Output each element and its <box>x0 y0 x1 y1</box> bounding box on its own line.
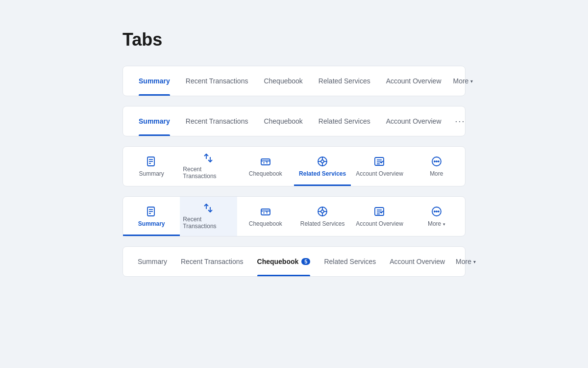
more-icon-v3 <box>430 155 443 168</box>
tab-summary-label-v3: Summary <box>139 170 164 177</box>
tab-recent-v5[interactable]: Recent Transactions <box>174 247 250 276</box>
tab-card-v1: Summary Recent Transactions Chequebook R… <box>122 66 466 96</box>
tab-bar-v3: Summary Recent Transactions <box>123 147 465 186</box>
tab-card-v5: Summary Recent Transactions Chequebook 5… <box>122 246 466 277</box>
tab-related-v4[interactable]: Related Services <box>294 197 351 236</box>
tab-summary-v1[interactable]: Summary <box>131 66 178 96</box>
transactions-icon <box>201 152 215 164</box>
related-icon-v4 <box>316 205 329 218</box>
svg-point-35 <box>321 210 324 213</box>
overview-icon-v4 <box>372 205 386 218</box>
tab-card-v3: Summary Recent Transactions <box>122 146 466 186</box>
tab-recent-v1[interactable]: Recent Transactions <box>178 66 256 96</box>
svg-point-11 <box>321 160 324 163</box>
more-dots-button-v2[interactable]: ··· <box>449 106 471 136</box>
tab-overview-v4[interactable]: Account Overview <box>351 197 408 236</box>
tab-more-v4[interactable]: More ▾ <box>408 197 465 236</box>
tab-recent-v3[interactable]: Recent Transactions <box>180 147 237 186</box>
more-button-v1[interactable]: More ▾ <box>449 66 477 96</box>
chevron-down-icon: ▾ <box>470 79 473 84</box>
chequebook-badge: 5 <box>301 258 310 265</box>
tab-bar-v4: Summary Recent Transactions <box>123 197 465 236</box>
tab-related-label-v4: Related Services <box>300 220 345 227</box>
transactions-icon-v4 <box>201 202 215 214</box>
more-icon-v4 <box>430 205 443 218</box>
tab-overview-v5[interactable]: Account Overview <box>383 247 452 276</box>
chequebook-icon: $ <box>259 155 272 168</box>
tab-summary-label-v4: Summary <box>138 220 165 227</box>
page-title: Tabs <box>122 29 466 50</box>
svg-point-45 <box>434 211 435 212</box>
tab-more-label-v3: More <box>430 170 443 177</box>
tab-overview-label-v3: Account Overview <box>356 170 403 177</box>
tab-related-label-v3: Related Services <box>299 170 346 177</box>
related-icon <box>316 155 329 168</box>
tab-chequebook-v3[interactable]: $ Chequebook <box>237 147 294 186</box>
summary-icon <box>145 155 158 168</box>
tab-chequebook-v4[interactable]: $ Chequebook <box>237 197 294 236</box>
tab-overview-v1[interactable]: Account Overview <box>378 66 449 96</box>
tab-chequebook-label-v3: Chequebook <box>249 170 282 177</box>
tab-recent-label-v4: Recent Transactions <box>183 216 234 230</box>
svg-point-23 <box>438 161 439 162</box>
chequebook-icon-v4: $ <box>259 205 272 218</box>
svg-point-22 <box>436 161 437 162</box>
tab-summary-v4[interactable]: Summary <box>123 197 180 236</box>
tab-chequebook-label-v4: Chequebook <box>249 220 282 227</box>
page-container: Tabs Summary Recent Transactions Chequeb… <box>122 29 466 287</box>
tab-bar-v5: Summary Recent Transactions Chequebook 5… <box>123 247 465 276</box>
tab-chequebook-v5[interactable]: Chequebook 5 <box>250 247 318 276</box>
tab-bar-v2: Summary Recent Transactions Chequebook R… <box>123 106 465 136</box>
more-button-v5[interactable]: More ▾ <box>452 247 480 276</box>
tab-chequebook-v2[interactable]: Chequebook <box>256 106 310 136</box>
tab-overview-v3[interactable]: Account Overview <box>351 147 408 186</box>
tab-related-v5[interactable]: Related Services <box>317 247 383 276</box>
tab-related-v1[interactable]: Related Services <box>311 66 378 96</box>
svg-rect-30 <box>261 209 270 215</box>
tab-summary-v3[interactable]: Summary <box>123 147 180 186</box>
tab-summary-v2[interactable]: Summary <box>131 106 178 136</box>
svg-point-46 <box>436 211 437 212</box>
tab-related-v3[interactable]: Related Services <box>294 147 351 186</box>
tab-summary-v5[interactable]: Summary <box>131 247 174 276</box>
svg-point-47 <box>438 211 439 212</box>
tab-overview-label-v4: Account Overview <box>356 220 403 227</box>
tab-chequebook-v1[interactable]: Chequebook <box>256 66 310 96</box>
summary-icon-v4 <box>145 205 158 218</box>
tab-related-v2[interactable]: Related Services <box>311 106 378 136</box>
tab-recent-v2[interactable]: Recent Transactions <box>178 106 256 136</box>
tab-overview-v2[interactable]: Account Overview <box>378 106 449 136</box>
svg-rect-6 <box>261 159 270 165</box>
tab-card-v2: Summary Recent Transactions Chequebook R… <box>122 106 466 136</box>
tab-more-v3[interactable]: More <box>408 147 465 186</box>
tab-bar-v1: Summary Recent Transactions Chequebook R… <box>123 66 465 96</box>
overview-icon <box>372 155 386 168</box>
tab-card-v4: Summary Recent Transactions <box>122 196 466 237</box>
tab-recent-v4[interactable]: Recent Transactions <box>180 197 237 236</box>
chevron-down-icon-v5: ▾ <box>473 259 476 264</box>
tab-more-label-v4: More ▾ <box>428 220 445 227</box>
svg-point-21 <box>434 161 435 162</box>
tab-recent-label-v3: Recent Transactions <box>183 166 234 180</box>
